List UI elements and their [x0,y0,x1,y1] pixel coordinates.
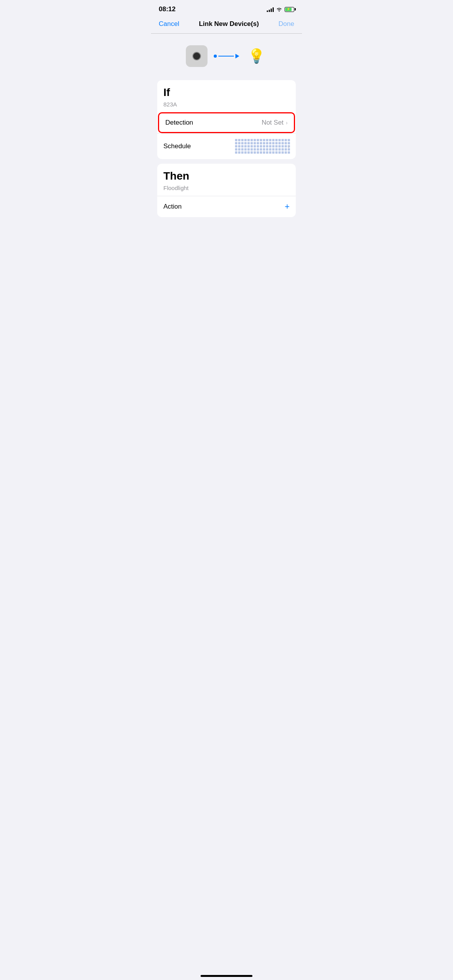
action-add-icon[interactable]: + [285,202,290,212]
signal-bars-icon [267,7,274,12]
schedule-label: Schedule [163,142,191,150]
status-time: 08:12 [159,5,175,13]
status-bar: 08:12 ⚡ [151,0,302,16]
detection-chevron-icon: › [286,120,288,126]
detection-value: Not Set › [262,119,288,127]
status-icons: ⚡ [267,7,294,12]
then-card: Then Floodlight Action + [157,164,296,217]
if-card: If 823A Detection Not Set › Schedule [157,80,296,159]
action-row[interactable]: Action + [157,196,296,217]
cancel-button[interactable]: Cancel [159,20,179,28]
detection-label: Detection [165,119,193,127]
target-device-icon: 💡 [245,45,267,67]
then-device-name: Floodlight [157,184,296,196]
arrow-dot [214,55,217,58]
then-section-title: Then [163,170,290,182]
arrow-head [235,54,239,58]
schedule-value: › [235,139,290,154]
if-device-name: 823A [157,100,296,112]
done-button[interactable]: Done [278,20,294,28]
camera-lens-icon [192,52,201,60]
nav-bar: Cancel Link New Device(s) Done [151,16,302,33]
then-card-header: Then [157,164,296,184]
device-flow-diagram: 💡 [157,41,296,71]
if-section-title: If [163,86,290,99]
detection-row-highlighted[interactable]: Detection Not Set › [158,112,295,133]
action-label: Action [163,203,182,211]
bulb-icon: 💡 [248,48,265,64]
connector-arrow [214,54,239,58]
wifi-icon [276,7,282,12]
arrow-line [218,56,234,57]
if-card-header: If [157,80,296,100]
schedule-row[interactable]: Schedule › [157,133,296,159]
schedule-chevron-icon: › [288,143,290,149]
page-title: Link New Device(s) [199,20,259,28]
source-device-icon [186,45,208,67]
main-content: 💡 If 823A Detection Not Set › Schedule [151,34,302,230]
detection-row-item[interactable]: Detection Not Set › [159,113,294,132]
detection-value-text: Not Set [262,119,284,127]
battery-icon: ⚡ [285,7,294,12]
schedule-grid-icon [235,139,285,154]
